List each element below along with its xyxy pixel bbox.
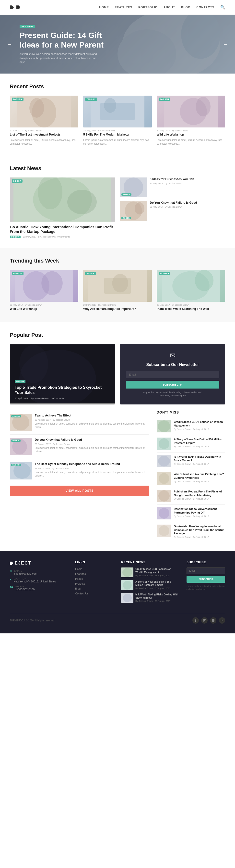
- footer-phone-label: PHONE: [15, 585, 35, 588]
- popular-list-image: FASHION: [10, 414, 32, 431]
- footer-bottom: THEMEFOCA © 2016, All rights reserved.: [10, 613, 225, 624]
- dont-miss-item-meta: By Jessica Brown 14 August, 2017: [174, 536, 225, 538]
- svg-point-40: [158, 421, 170, 432]
- post-card[interactable]: FASHION 22 July, 2017 By Jessica Brown 5…: [83, 96, 152, 146]
- recent-posts-section: Recent Posts FASHION 22 July, 2017 By Je…: [0, 73, 235, 155]
- popular-post-title: Popular Post: [10, 332, 225, 338]
- latest-side-content: Do You Know that Failure Is Good 28 May,…: [150, 201, 197, 208]
- footer-email-input[interactable]: [187, 567, 225, 574]
- popular-main-overlay: INDOOR Top 5 Trade Promotion Strategies …: [10, 344, 115, 404]
- phone-icon: ☎: [10, 585, 13, 591]
- dont-miss-item[interactable]: Is it Worth Taking Risks Dealing With St…: [157, 453, 225, 470]
- view-all-posts-button[interactable]: VIEW ALL POSTS: [10, 486, 149, 496]
- popular-list-desc: Lorem ipsum dolor sit amet, consectetur …: [35, 471, 149, 477]
- trending-section: Trending this Week FASHION 29 May, 2017 …: [0, 248, 235, 322]
- hero-next-arrow[interactable]: →: [223, 41, 228, 47]
- email-icon: ✉: [10, 570, 12, 575]
- post-badge: FASHION: [85, 98, 97, 101]
- footer-link-features[interactable]: Features: [75, 572, 114, 575]
- footer-news-item[interactable]: A Story of How She Built a 550 Million P…: [121, 580, 179, 590]
- popular-list-item[interactable]: FASHION The Best Cyber Monday Headphone …: [10, 459, 149, 483]
- footer-email: ✉ EMAIL info@example.com: [10, 570, 68, 575]
- popular-list-item[interactable]: FASHION Tips to Achieve The Effect 29 Au…: [10, 410, 149, 435]
- hero-prev-arrow[interactable]: ←: [7, 41, 12, 47]
- dont-miss-item[interactable]: Go Austria: How Young International Comp…: [157, 522, 225, 541]
- newsletter-email-input[interactable]: [126, 371, 219, 378]
- footer-recent-news-col: RECENT NEWS Credit Suisse CEO Focuses on…: [121, 561, 179, 606]
- dont-miss-item[interactable]: Publishers Retreat From The Risks of Goo…: [157, 487, 225, 505]
- footer-subscribe-button[interactable]: SUBSCRIBE: [187, 576, 225, 583]
- latest-news-grid: INDOOR Go Austria: How Young Internation…: [10, 178, 225, 238]
- popular-main-article[interactable]: INDOOR Top 5 Trade Promotion Strategies …: [10, 344, 115, 404]
- instagram-icon[interactable]: [210, 617, 216, 624]
- popular-list-desc: Lorem ipsum dolor sit amet, consectetur …: [35, 446, 149, 453]
- svg-point-61: [221, 619, 221, 620]
- nav-blog[interactable]: BLOG: [181, 6, 191, 9]
- footer-link-projects[interactable]: Projects: [75, 582, 114, 585]
- post-card-image: FASHION: [10, 96, 78, 127]
- trending-card-image: WORKER: [157, 270, 225, 302]
- footer-grid: EJECT ✉ EMAIL info@example.com ● LOCATIO…: [10, 561, 225, 606]
- popular-list-item[interactable]: INDOOR Do you Know that Failure Is Good …: [10, 435, 149, 459]
- dont-miss-image: [157, 525, 171, 537]
- nav-about[interactable]: ABOUT: [164, 6, 175, 9]
- popular-main-author: By Jessica Brown: [31, 397, 48, 400]
- latest-side-image: INDOOR: [120, 201, 147, 221]
- post-card[interactable]: FASHION 22 May, 2017 By Jessica Brown Wi…: [157, 96, 225, 146]
- popular-main-date: 30 April, 2017: [15, 397, 28, 400]
- dont-miss-item-title: Credit Suisse CEO Focuses on Wealth Mana…: [174, 420, 225, 427]
- footer-location-label: LOCATION: [13, 578, 56, 580]
- newsletter-subscribe-button[interactable]: SUBSCRIBE ►: [126, 381, 219, 389]
- post-card[interactable]: FASHION 22 July, 2017 By Jessica Brown L…: [10, 96, 78, 146]
- newsletter-disclaimer: I agree that my submitted data is being …: [143, 391, 202, 397]
- dont-miss-item[interactable]: Destination Digital Advertisement Partne…: [157, 505, 225, 522]
- hero-title: Present Guide: 14 Gift Ideas for a New P…: [20, 31, 123, 50]
- svg-point-46: [159, 473, 169, 484]
- trending-meta: 29 May, 2017 By Jessica Brown: [10, 304, 78, 306]
- latest-main-image: INDOOR: [10, 178, 115, 222]
- linkedin-icon[interactable]: [219, 617, 225, 624]
- dont-miss-item[interactable]: A Story of How She Built a 550 Million P…: [157, 435, 225, 453]
- popular-main-badge: INDOOR: [15, 380, 26, 383]
- footer-news-item[interactable]: Is it Worth Taking Risks Dealing With St…: [121, 593, 179, 603]
- post-title: Wild Life Workshop: [157, 133, 225, 137]
- dont-miss-item[interactable]: Credit Suisse CEO Focuses on Wealth Mana…: [157, 418, 225, 435]
- search-button[interactable]: 🔍: [220, 5, 225, 9]
- nav-portfolio[interactable]: PORTFOLIO: [138, 6, 158, 9]
- trending-card[interactable]: FASHION 29 May, 2017 By Jessica Brown Wi…: [10, 270, 78, 313]
- latest-main-article[interactable]: INDOOR Go Austria: How Young Internation…: [10, 178, 115, 238]
- latest-news-section: Latest News INDOOR Go Austria: How Young…: [0, 155, 235, 248]
- hero-description: As you know, web design encompasses many…: [20, 52, 103, 64]
- nav-features[interactable]: FEATURES: [115, 6, 132, 9]
- footer-link-contact[interactable]: Contact Us: [75, 592, 114, 595]
- dont-miss-item-title: What's Madison Avenue Pitching Now? Cult…: [174, 472, 225, 479]
- footer-news-item[interactable]: Credit Suisse CEO Focuses on Wealth Mana…: [121, 567, 179, 577]
- footer-news-content: A Story of How She Built a 550 Million P…: [135, 580, 179, 590]
- logo-text: EJECT: [16, 5, 20, 9]
- dont-miss-item[interactable]: What's Madison Avenue Pitching Now? Cult…: [157, 470, 225, 487]
- footer-link-blog[interactable]: Blog: [75, 587, 114, 590]
- latest-main-title: Go Austria: How Young International Comp…: [10, 224, 115, 234]
- latest-side-item[interactable]: INDOOR Do You Know that Failure Is Good …: [120, 201, 225, 221]
- latest-side-item[interactable]: FASHION 5 Ideas for Businesses You Can 2…: [120, 178, 225, 197]
- trending-card[interactable]: INDOOR 28 May, 2017 By Jessica Brown Why…: [83, 270, 152, 313]
- latest-main-badge: INDOOR: [12, 180, 23, 183]
- footer-link-pages[interactable]: Pages: [75, 577, 114, 580]
- nav-home[interactable]: HOME: [99, 6, 109, 9]
- latest-news-title: Latest News: [10, 165, 225, 172]
- popular-list-meta: 29 March, 2017 By Jessica Brown: [35, 467, 149, 470]
- footer-logo: EJECT: [10, 561, 68, 566]
- facebook-icon[interactable]: [192, 617, 199, 624]
- footer-news-item-meta: By Jessica Brown 28 August, 2017: [135, 600, 179, 602]
- footer-subscribe-col: SUBSCRIBE SUBSCRIBE I agree that my subm…: [187, 561, 225, 606]
- svg-point-23: [41, 271, 63, 295]
- popular-list-badge: FASHION: [11, 464, 21, 466]
- nav-contacts[interactable]: CONTACTS: [196, 6, 214, 9]
- twitter-icon[interactable]: [201, 617, 208, 624]
- footer-link-home[interactable]: Home: [75, 567, 114, 570]
- footer-links-title: LINKS: [75, 561, 114, 564]
- trending-card[interactable]: WORKER 28 May, 2017 By Jessica Brown Pla…: [157, 270, 225, 313]
- dont-miss-content: What's Madison Avenue Pitching Now? Cult…: [174, 472, 225, 483]
- dont-miss-item-meta: By Jessica Brown 14 August, 2017: [174, 428, 225, 430]
- post-desc: Lorem ipsum dolor sit amet, ut illum dec…: [83, 138, 152, 146]
